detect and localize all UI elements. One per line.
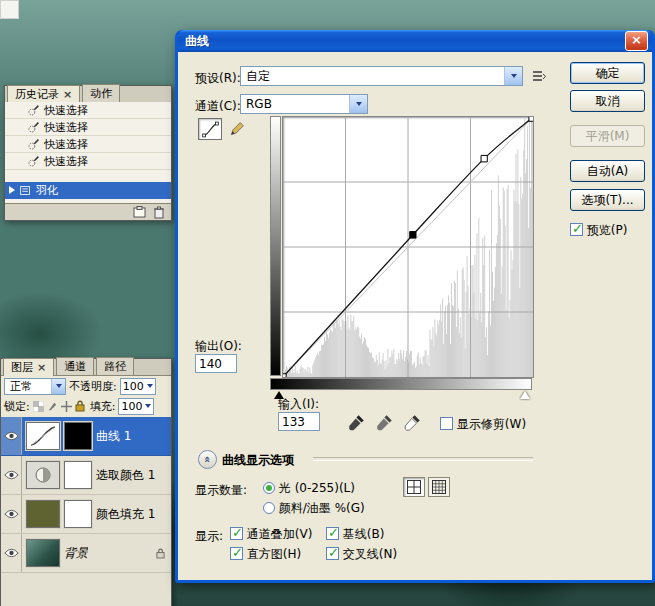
gray-eyedropper-icon[interactable]: [372, 412, 396, 432]
layer-mask-thumbnail[interactable]: [64, 461, 92, 489]
layer-row-selective-color[interactable]: 选取颜色 1: [1, 456, 171, 495]
history-panel: 历史记录 × 动作 快速选择 快速选择 快速选择 快速选择: [4, 85, 172, 221]
eye-visibility-icon[interactable]: [1, 417, 22, 455]
white-eyedropper-icon[interactable]: [400, 412, 424, 432]
output-label: 输出(O):: [195, 338, 242, 355]
quarter-grid-icon: [407, 480, 421, 494]
tab-channels-label: 通道: [64, 359, 86, 374]
intersect-checkbox[interactable]: [326, 547, 339, 560]
selective-color-thumbnail[interactable]: [26, 461, 60, 489]
channel-select[interactable]: RGB: [240, 94, 368, 114]
eye-visibility-icon[interactable]: [1, 456, 22, 494]
history-row[interactable]: 快速选择: [5, 153, 171, 170]
check-baseline-row[interactable]: 基线(B): [326, 526, 384, 543]
auto-button[interactable]: 自动(A): [570, 160, 645, 182]
check-histogram-row[interactable]: 直方图(H): [230, 546, 301, 563]
ink-radio[interactable]: [263, 502, 275, 514]
layer-name[interactable]: 选取颜色 1: [96, 467, 155, 484]
tab-paths[interactable]: 路径: [96, 357, 134, 375]
new-snapshot-icon[interactable]: [133, 206, 147, 218]
curves-dialog: 曲线 × 预设(R): 自定 确定 取消 平滑(M) 自动(A) 选项(T)..…: [175, 30, 655, 583]
options-button[interactable]: 选项(T)...: [570, 189, 645, 211]
blend-mode-select[interactable]: 正常: [4, 378, 66, 395]
tab-close-icon[interactable]: ×: [63, 89, 72, 100]
dialog-titlebar[interactable]: 曲线 ×: [178, 30, 652, 52]
white-point-slider[interactable]: [520, 391, 530, 399]
background-thumbnail[interactable]: [26, 539, 60, 567]
preset-options-icon[interactable]: [527, 66, 551, 86]
layer-name[interactable]: 颜色填充 1: [96, 506, 155, 523]
black-eyedropper-icon[interactable]: [344, 412, 368, 432]
history-row[interactable]: 快速选择: [5, 102, 171, 119]
history-row[interactable]: 快速选择: [5, 136, 171, 153]
check-overlay-row[interactable]: 通道叠加(V): [230, 526, 312, 543]
chevron-down-icon[interactable]: [349, 95, 367, 113]
lock-all-icon[interactable]: [75, 400, 85, 412]
layers-list: 曲线 1 选取颜色 1 颜色填充 1: [1, 417, 171, 606]
detailed-grid-button[interactable]: [428, 477, 450, 497]
tab-layers[interactable]: 图层 ×: [3, 358, 54, 376]
pencil-tool-button[interactable]: [225, 118, 249, 140]
output-input[interactable]: [195, 354, 237, 373]
light-radio-label: 光 (0-255)(L): [279, 481, 355, 495]
preview-checkbox[interactable]: [570, 223, 583, 236]
show-clip-row[interactable]: 显示修剪(W): [440, 416, 526, 433]
tab-channels[interactable]: 通道: [56, 357, 94, 375]
desktop: 历史记录 × 动作 快速选择 快速选择 快速选择 快速选择: [0, 0, 655, 606]
lock-transparency-icon[interactable]: [33, 401, 44, 412]
layer-row-curves[interactable]: 曲线 1: [1, 417, 171, 456]
eye-visibility-icon[interactable]: [1, 534, 22, 572]
radio-light-row[interactable]: 光 (0-255)(L): [263, 480, 355, 497]
check-intersect-row[interactable]: 交叉线(N): [326, 546, 397, 563]
layer-name[interactable]: 背景: [64, 545, 88, 562]
chevron-down-icon[interactable]: [147, 384, 153, 388]
histogram-label: 直方图(H): [247, 547, 301, 561]
preset-select[interactable]: 自定: [240, 66, 523, 86]
quick-select-icon: [27, 104, 40, 117]
eye-visibility-icon[interactable]: [1, 495, 22, 533]
cancel-button[interactable]: 取消: [570, 90, 645, 112]
layer-name[interactable]: 曲线 1: [96, 428, 131, 445]
history-row-label: 快速选择: [44, 137, 88, 152]
tab-actions[interactable]: 动作: [82, 84, 120, 102]
layer-row-background[interactable]: 背景: [1, 534, 171, 573]
curves-adjustment-thumbnail[interactable]: [26, 422, 60, 450]
smooth-button: 平滑(M): [570, 125, 645, 147]
radio-ink-row[interactable]: 颜料/油墨 %(G): [263, 500, 365, 517]
opacity-field[interactable]: 100: [120, 378, 156, 395]
lock-position-icon[interactable]: [61, 401, 72, 412]
show-clip-checkbox[interactable]: [440, 417, 453, 430]
baseline-checkbox[interactable]: [326, 527, 339, 540]
layer-mask-thumbnail[interactable]: [64, 500, 92, 528]
edit-points-tool-button[interactable]: [198, 118, 222, 140]
input-input[interactable]: [278, 412, 320, 431]
fill-field[interactable]: 100: [118, 398, 154, 415]
chevron-down-icon[interactable]: [504, 67, 522, 85]
light-radio[interactable]: [263, 482, 275, 494]
channel-overlay-checkbox[interactable]: [230, 527, 243, 540]
chevron-down-icon[interactable]: [51, 379, 65, 394]
lock-pixels-brush-icon[interactable]: [47, 401, 58, 412]
history-row-selected[interactable]: 羽化: [5, 182, 171, 199]
layer-mask-thumbnail[interactable]: [64, 422, 92, 450]
tab-history[interactable]: 历史记录 ×: [7, 85, 80, 103]
history-row[interactable]: 快速选择: [5, 119, 171, 136]
fill-label: 填充:: [90, 399, 116, 414]
chevron-down-icon[interactable]: [145, 404, 151, 408]
color-fill-thumbnail[interactable]: [26, 500, 60, 528]
preview-checkbox-row[interactable]: 预览(P): [570, 222, 627, 239]
delete-trash-icon[interactable]: [153, 206, 165, 219]
tab-close-icon[interactable]: ×: [37, 362, 46, 373]
histogram-checkbox[interactable]: [230, 547, 243, 560]
curve-plot-area[interactable]: [282, 116, 534, 378]
ok-button[interactable]: 确定: [570, 62, 645, 84]
history-panel-footer: [5, 203, 171, 220]
close-icon[interactable]: ×: [625, 31, 648, 51]
tab-actions-label: 动作: [90, 86, 112, 101]
collapse-options-button[interactable]: «: [198, 450, 217, 469]
tab-layers-label: 图层: [11, 360, 33, 375]
history-row-label: 羽化: [36, 183, 58, 198]
layer-row-color-fill[interactable]: 颜色填充 1: [1, 495, 171, 534]
simple-grid-button[interactable]: [403, 477, 425, 497]
history-row-label: 快速选择: [44, 120, 88, 135]
